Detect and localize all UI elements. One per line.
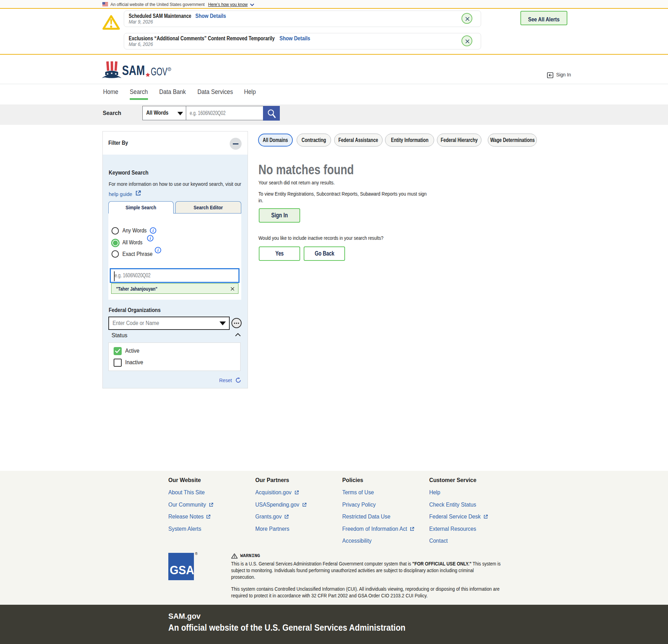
svg-text:i: i	[153, 228, 154, 233]
svg-text:i: i	[150, 236, 151, 241]
svg-text:R: R	[169, 68, 170, 70]
svg-text:GOV: GOV	[151, 66, 167, 77]
svg-text:SAM: SAM	[122, 63, 145, 78]
svg-text:i: i	[157, 248, 159, 253]
